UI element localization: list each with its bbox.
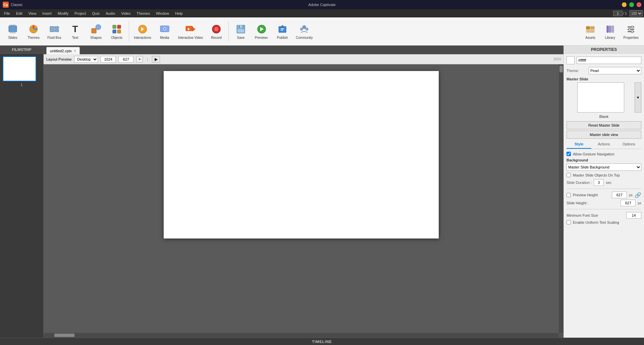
background-row: Master Slide Background xyxy=(567,163,641,171)
gesture-nav-checkbox[interactable] xyxy=(567,152,571,156)
theme-select[interactable]: Pearl xyxy=(589,67,641,74)
scrollbar-right[interactable] xyxy=(559,64,564,333)
link-icon[interactable]: 🔗 xyxy=(635,192,641,198)
title-bar-mode: Classic xyxy=(11,3,22,7)
gesture-nav-row: Allow Gesture Navigation xyxy=(567,152,641,156)
svg-rect-35 xyxy=(609,26,611,32)
document-tab[interactable]: untitled2.cptx × xyxy=(46,47,80,54)
background-section-label: Background xyxy=(567,158,641,162)
media-icon xyxy=(159,23,171,35)
timeline-bar[interactable]: TIMELINE xyxy=(0,338,644,345)
divider-1 xyxy=(567,189,641,189)
publish-btn[interactable]: Publish xyxy=(272,19,292,44)
menu-help[interactable]: Help xyxy=(172,11,185,16)
uniform-text-label: Enable Uniform Text Scaling xyxy=(573,220,619,224)
svg-rect-9 xyxy=(113,25,116,28)
svg-rect-25 xyxy=(279,26,286,32)
menu-edit[interactable]: Edit xyxy=(13,11,25,16)
menu-quiz[interactable]: Quiz xyxy=(90,11,103,16)
library-label: Library xyxy=(605,36,615,40)
community-btn[interactable]: Community xyxy=(293,19,316,44)
layout-height-input[interactable] xyxy=(118,56,133,63)
slide-1-thumbnail[interactable] xyxy=(3,56,36,81)
objects-btn[interactable]: Objects xyxy=(107,19,127,44)
slide-canvas-wrapper[interactable] xyxy=(44,64,559,333)
slides-btn[interactable]: Slides xyxy=(3,19,23,44)
layout-width-input[interactable] xyxy=(101,56,116,63)
fluid-box-btn[interactable]: Fluid Box xyxy=(44,19,64,44)
master-slide-arrow[interactable]: ▾ xyxy=(635,82,641,113)
color-input[interactable] xyxy=(577,57,641,64)
background-select[interactable]: Master Slide Background xyxy=(567,163,641,171)
assets-btn[interactable]: Assets xyxy=(581,19,599,44)
record-btn[interactable]: Record xyxy=(206,19,226,44)
menu-insert[interactable]: Insert xyxy=(40,11,54,16)
close-btn[interactable]: × xyxy=(637,2,641,7)
doc-tab-close[interactable]: × xyxy=(74,49,76,53)
themes-icon xyxy=(28,23,40,35)
color-swatch[interactable] xyxy=(567,56,575,64)
scrollbar-bottom[interactable] xyxy=(44,333,559,338)
menu-video[interactable]: Video xyxy=(118,11,133,16)
uniform-text-checkbox[interactable] xyxy=(567,220,571,224)
layout-play-btn[interactable]: ▶ xyxy=(152,56,160,63)
media-btn[interactable]: Media xyxy=(155,19,175,44)
themes-btn[interactable]: Themes xyxy=(23,19,44,44)
maximize-btn[interactable]: □ xyxy=(629,2,634,7)
slide-duration-input[interactable] xyxy=(594,179,604,186)
menu-window[interactable]: Window xyxy=(153,11,172,16)
menu-project[interactable]: Project xyxy=(72,11,89,16)
library-btn[interactable]: Library xyxy=(601,19,619,44)
min-font-size-value[interactable] xyxy=(626,212,641,219)
menu-audio[interactable]: Audio xyxy=(103,11,118,16)
menu-view[interactable]: View xyxy=(26,11,39,16)
reset-master-slide-btn[interactable]: Reset Master Slide xyxy=(567,121,641,129)
style-tab[interactable]: Style xyxy=(567,140,591,149)
svg-rect-26 xyxy=(281,28,284,29)
slide-num-input[interactable] xyxy=(613,11,623,16)
text-btn[interactable]: T Text xyxy=(65,19,85,44)
menu-themes[interactable]: Themes xyxy=(134,11,153,16)
preview-height-value[interactable] xyxy=(612,192,627,198)
text-label: Text xyxy=(72,36,78,40)
ivideo-label: Interactive Video xyxy=(178,36,203,40)
preview-btn[interactable]: Preview xyxy=(252,19,272,44)
options-tab[interactable]: Options xyxy=(616,140,641,149)
properties-icon xyxy=(625,23,637,35)
properties-label: Properties xyxy=(623,36,639,40)
theme-color-row xyxy=(567,56,641,64)
assets-label: Assets xyxy=(585,36,595,40)
svg-rect-10 xyxy=(117,25,121,28)
save-icon xyxy=(235,23,247,35)
svg-marker-17 xyxy=(193,27,195,31)
scroll-thumb-top[interactable] xyxy=(559,66,563,72)
properties-panel: PROPERTIES Theme: Pearl Master Slide ▾ xyxy=(564,46,644,338)
preview-height-checkbox[interactable] xyxy=(567,193,571,197)
interactive-video-btn[interactable]: Interactive Video xyxy=(175,19,206,44)
actions-tab[interactable]: Actions xyxy=(591,140,616,149)
menu-bar: File Edit View Insert Modify Project Qui… xyxy=(0,9,644,17)
tab-bar: untitled2.cptx × xyxy=(44,46,564,54)
style-actions-options-tabs: Style Actions Options xyxy=(567,140,641,149)
interactions-btn[interactable]: Interactions xyxy=(131,19,154,44)
minimize-btn[interactable]: − xyxy=(622,2,627,7)
master-objects-checkbox[interactable] xyxy=(567,173,571,177)
layout-preset-select[interactable]: Desktop xyxy=(74,56,98,63)
layout-add-btn[interactable]: + xyxy=(136,56,143,63)
save-btn[interactable]: Save xyxy=(231,19,251,44)
zoom-select[interactable]: 100 75 50 150 xyxy=(630,10,643,16)
menu-modify[interactable]: Modify xyxy=(55,11,71,16)
menu-file[interactable]: File xyxy=(1,11,13,16)
record-icon xyxy=(210,23,222,35)
master-objects-row: Master Slide Objects On Top xyxy=(567,173,641,177)
scroll-thumb-h[interactable] xyxy=(54,334,74,337)
properties-btn[interactable]: Properties xyxy=(621,19,641,44)
svg-rect-11 xyxy=(113,30,116,33)
slide-height-value[interactable] xyxy=(621,200,636,206)
master-slide-view-btn[interactable]: Master slide view xyxy=(567,131,641,139)
svg-rect-31 xyxy=(586,26,590,29)
svg-point-29 xyxy=(300,28,303,30)
ivideo-icon xyxy=(184,23,197,35)
shapes-btn[interactable]: Shapes xyxy=(86,19,106,44)
svg-rect-36 xyxy=(611,26,614,32)
